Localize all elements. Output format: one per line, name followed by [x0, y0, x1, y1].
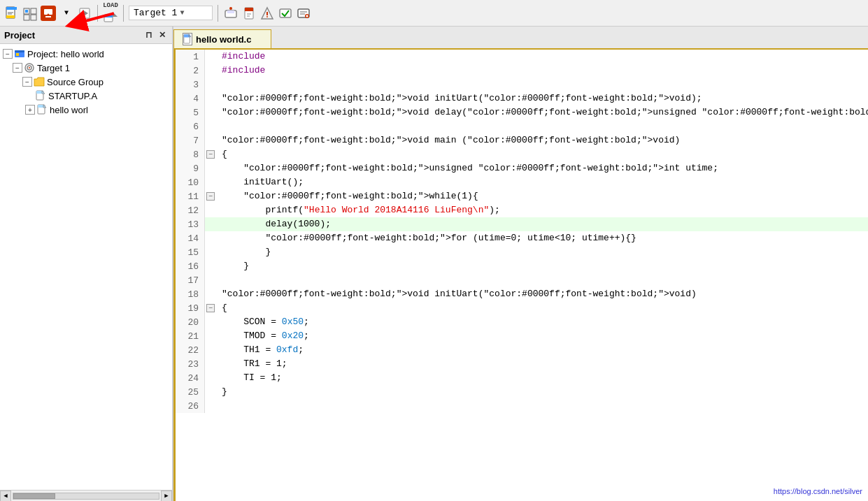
code-content[interactable]: "color:#0000ff;font-weight:bold;">while(…	[216, 189, 868, 203]
target-selector[interactable]: Target 1 ▼	[129, 6, 213, 20]
fold-indicator	[205, 245, 216, 259]
fold-indicator	[205, 106, 216, 119]
code-content[interactable]: {	[216, 147, 868, 161]
tree-item-project[interactable]: − Project: hello world	[0, 47, 172, 61]
close-icon[interactable]: ✕	[157, 29, 168, 41]
line-number: 17	[176, 273, 205, 287]
toolbar-icon-2[interactable]	[22, 6, 38, 21]
code-content[interactable]: SCON = 0x50;	[216, 315, 868, 329]
fold-indicator[interactable]: −	[205, 147, 216, 161]
toolbar-icon-debug1[interactable]	[223, 6, 239, 21]
fold-indicator	[205, 217, 216, 231]
editor-tab[interactable]: hello world.c	[173, 29, 271, 48]
tree-toggle-sourcegroup[interactable]: −	[22, 77, 32, 87]
code-content[interactable]: "color:#0000ff;font-weight:bold;">void i…	[216, 92, 868, 106]
code-content[interactable]: "color:#0000ff;font-weight:bold;">void d…	[216, 106, 868, 119]
toolbar-sep-1	[97, 5, 98, 22]
scrollbar-thumb[interactable]	[13, 493, 55, 499]
tree-item-startup[interactable]: STARTUP.A	[0, 89, 172, 103]
pin-icon[interactable]: ⊓	[143, 29, 154, 41]
tree-toggle-helloworld[interactable]: +	[25, 105, 35, 115]
fold-indicator	[205, 175, 216, 189]
code-content[interactable]: initUart();	[216, 175, 868, 189]
fold-indicator[interactable]: −	[205, 189, 216, 203]
line-number: 19	[176, 301, 205, 315]
code-content[interactable]: }	[216, 259, 868, 273]
fold-indicator[interactable]: −	[205, 301, 216, 315]
toolbar-icon-debug2[interactable]	[241, 6, 257, 21]
scrollbar-track[interactable]	[13, 493, 159, 500]
code-row: 6	[176, 119, 868, 133]
code-content[interactable]: TMOD = 0x20;	[216, 329, 868, 343]
tree-item-target[interactable]: − Target 1	[0, 61, 172, 75]
code-content[interactable]: {	[216, 301, 868, 315]
line-number: 6	[176, 119, 205, 133]
toolbar-icon-debug5[interactable]	[296, 6, 311, 21]
tree-toggle-project[interactable]: −	[3, 49, 13, 59]
code-row: 19−{	[176, 301, 868, 315]
line-number: 26	[176, 399, 205, 413]
code-row: 16 }	[176, 259, 868, 273]
code-content[interactable]: "color:#0000ff;font-weight:bold;">void m…	[216, 133, 868, 147]
code-content[interactable]: TI = 1;	[216, 371, 868, 385]
code-content[interactable]: "color:#0000ff;font-weight:bold;">for (u…	[216, 231, 868, 245]
toolbar-icon-3[interactable]	[41, 6, 56, 21]
line-number: 1	[176, 50, 205, 64]
line-number: 25	[176, 385, 205, 399]
file-icon-startup	[35, 90, 46, 101]
target-dropdown-arrow[interactable]: ▼	[180, 9, 184, 17]
code-content[interactable]	[216, 119, 868, 133]
fold-indicator	[205, 161, 216, 175]
code-content[interactable]: TH1 = 0xfd;	[216, 343, 868, 357]
fold-indicator	[205, 399, 216, 413]
code-content[interactable]: }	[216, 385, 868, 399]
svg-point-28	[266, 16, 268, 17]
code-content[interactable]: }	[216, 245, 868, 259]
line-number: 21	[176, 329, 205, 343]
code-row: 26	[176, 399, 868, 413]
toolbar-icon-dropdown[interactable]: ▼	[59, 6, 74, 21]
tree-toggle-target[interactable]: −	[13, 63, 22, 73]
code-editor[interactable]: 1#include 2#include 34"color:#0000ff;fon…	[173, 50, 868, 501]
fold-indicator	[205, 315, 216, 329]
toolbar-icon-debug3[interactable]	[259, 6, 275, 21]
tree-item-helloworld[interactable]: + hello worl	[0, 103, 172, 117]
project-tree: − Project: hello world −	[0, 44, 172, 490]
code-content[interactable]: "color:#0000ff;font-weight:bold;">void i…	[216, 287, 868, 301]
scroll-right-arrow[interactable]: ▶	[161, 491, 172, 502]
code-content[interactable]	[216, 273, 868, 287]
tab-bar: hello world.c	[173, 27, 868, 50]
toolbar-icon-debug4[interactable]	[278, 6, 293, 21]
toolbar-icon-1[interactable]	[4, 6, 20, 21]
code-row: 23 TR1 = 1;	[176, 357, 868, 371]
fold-indicator	[205, 119, 216, 133]
svg-rect-40	[16, 53, 19, 56]
watermark: https://blog.csdn.net/silver	[774, 487, 862, 495]
line-number: 8	[176, 147, 205, 161]
svg-rect-13	[45, 16, 51, 17]
code-content[interactable]	[216, 399, 868, 413]
code-content[interactable]: TR1 = 1;	[216, 357, 868, 371]
code-content[interactable]: delay(1000);	[216, 217, 868, 231]
code-row: 13 delay(1000);	[176, 217, 868, 231]
toolbar-icon-load[interactable]	[103, 9, 118, 24]
code-content[interactable]: #include	[216, 50, 868, 64]
code-content[interactable]: #include	[216, 64, 868, 78]
code-row: 14 "color:#0000ff;font-weight:bold;">for…	[176, 231, 868, 245]
code-row: 10 initUart();	[176, 175, 868, 189]
fold-indicator	[205, 385, 216, 399]
sidebar-scrollbar[interactable]: ◀ ▶	[0, 490, 172, 501]
line-number: 11	[176, 189, 205, 203]
tree-item-sourcegroup[interactable]: − Source Group	[0, 75, 172, 89]
scroll-left-arrow[interactable]: ◀	[0, 491, 11, 502]
load-label: LOAD	[103, 2, 118, 24]
code-content[interactable]: "color:#0000ff;font-weight:bold;">unsign…	[216, 161, 868, 175]
fold-indicator	[205, 259, 216, 273]
code-lines-container: 1#include 2#include 34"color:#0000ff;fon…	[176, 50, 868, 413]
editor-area: hello world.c 1#include 2#include 34"col…	[173, 27, 868, 501]
fold-indicator	[205, 357, 216, 371]
code-content[interactable]	[216, 78, 868, 92]
sidebar-header-icons: ⊓ ✕	[143, 29, 168, 41]
code-content[interactable]: printf("Hello World 2018A14116 LiuFeng\n…	[216, 203, 868, 217]
toolbar-icon-flash[interactable]	[77, 6, 92, 21]
